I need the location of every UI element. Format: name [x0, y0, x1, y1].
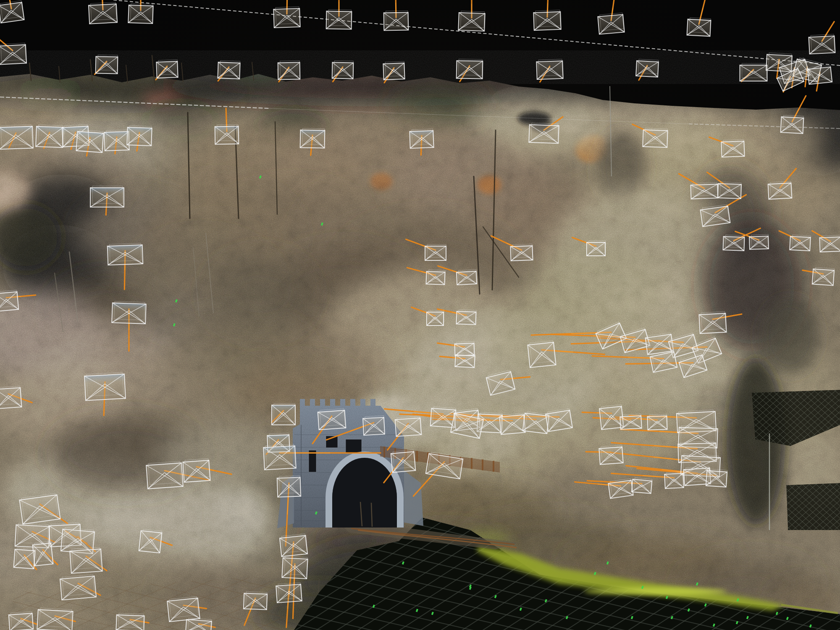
camera-frustum[interactable] — [244, 592, 267, 610]
camera-frustum[interactable] — [647, 414, 667, 430]
camera-frustum[interactable] — [263, 444, 296, 470]
camera-frustum[interactable] — [128, 3, 153, 24]
camera-frustum[interactable] — [620, 414, 642, 430]
camera-frustum[interactable] — [636, 59, 659, 77]
camera-frustum[interactable] — [300, 128, 325, 148]
camera-frustum[interactable] — [456, 310, 476, 325]
camera-frustum[interactable] — [740, 63, 767, 81]
camera-frustum[interactable] — [812, 267, 835, 285]
camera-frustum[interactable] — [60, 575, 96, 600]
camera-frustum[interactable] — [278, 61, 300, 80]
3d-viewport[interactable] — [0, 0, 840, 630]
camera-frustum[interactable] — [96, 55, 118, 74]
camera-frustum[interactable] — [790, 235, 811, 251]
camera-frustum[interactable] — [37, 608, 73, 630]
camera-frustum[interactable] — [384, 10, 409, 30]
camera-frustum[interactable] — [215, 125, 239, 144]
camera-frustum[interactable] — [723, 235, 744, 251]
camera-frustum[interactable] — [598, 13, 625, 34]
camera-frustum[interactable] — [700, 205, 730, 227]
camera-frustum[interactable] — [510, 244, 533, 261]
camera-frustum[interactable] — [156, 60, 178, 78]
camera-frustum[interactable] — [76, 130, 103, 152]
camera-frustum[interactable] — [425, 244, 446, 260]
camera-frustum[interactable] — [768, 181, 792, 200]
photogrammetry-scene-canvas[interactable] — [0, 0, 840, 630]
camera-frustum[interactable] — [458, 11, 485, 31]
camera-frustum[interactable] — [699, 312, 726, 333]
camera-frustum[interactable] — [273, 7, 300, 28]
camera-frustum[interactable] — [8, 612, 33, 630]
camera-frustum[interactable] — [528, 341, 556, 368]
camera-frustum[interactable] — [0, 43, 26, 64]
camera-frustum[interactable] — [318, 409, 346, 430]
camera-frustum[interactable] — [282, 556, 308, 579]
camera-frustum[interactable] — [70, 547, 102, 573]
camera-frustum[interactable] — [455, 353, 475, 368]
camera-frustum[interactable] — [0, 386, 22, 409]
camera-frustum[interactable] — [90, 186, 124, 207]
camera-frustum[interactable] — [108, 243, 143, 265]
camera-frustum[interactable] — [127, 126, 152, 146]
camera-frustum[interactable] — [332, 61, 354, 79]
camera-frustum[interactable] — [427, 310, 444, 326]
camera-frustum[interactable] — [457, 270, 477, 285]
camera-frustum[interactable] — [326, 9, 352, 29]
camera-frustum[interactable] — [363, 416, 385, 436]
camera-frustum[interactable] — [0, 125, 33, 150]
camera-frustum[interactable] — [89, 2, 117, 24]
camera-frustum[interactable] — [643, 128, 668, 147]
camera-frustum[interactable] — [395, 416, 421, 436]
camera-frustum[interactable] — [84, 373, 126, 401]
camera-frustum[interactable] — [183, 459, 210, 482]
camera-frustum[interactable] — [112, 301, 146, 324]
camera-frustum[interactable] — [664, 472, 684, 488]
camera-frustum[interactable] — [272, 404, 295, 425]
camera-frustum[interactable] — [819, 235, 840, 252]
camera-frustum[interactable] — [0, 290, 18, 312]
camera-frustum[interactable] — [457, 59, 483, 79]
camera-frustum[interactable] — [499, 413, 525, 435]
portal-recess — [346, 439, 362, 454]
camera-frustum[interactable] — [104, 130, 129, 151]
camera-frustum[interactable] — [277, 476, 301, 497]
camera-frustum[interactable] — [749, 234, 769, 249]
camera-frustum[interactable] — [533, 10, 561, 30]
camera-frustum[interactable] — [599, 445, 623, 465]
camera-frustum[interactable] — [410, 129, 434, 148]
camera-frustum[interactable] — [383, 61, 404, 80]
camera-frustum[interactable] — [536, 59, 563, 79]
camera-frustum[interactable] — [718, 182, 741, 199]
camera-frustum[interactable] — [276, 583, 302, 603]
camera-frustum[interactable] — [690, 182, 718, 199]
camera-frustum[interactable] — [529, 123, 559, 143]
camera-frustum[interactable] — [808, 34, 835, 54]
camera-frustum[interactable] — [426, 270, 445, 285]
camera-frustum[interactable] — [32, 541, 53, 566]
camera-frustum[interactable] — [14, 548, 35, 569]
camera-frustum[interactable] — [587, 241, 606, 256]
camera-frustum[interactable] — [687, 18, 711, 37]
camera-frustum[interactable] — [218, 60, 240, 79]
camera-frustum[interactable] — [146, 461, 183, 489]
camera-frustum[interactable] — [391, 450, 415, 472]
camera-frustum[interactable] — [116, 613, 144, 630]
camera-frustum[interactable] — [36, 125, 63, 147]
camera-frustum[interactable] — [706, 469, 727, 487]
camera-frustum[interactable] — [721, 139, 744, 157]
camera-frustum[interactable] — [139, 529, 162, 553]
camera-frustum[interactable] — [781, 115, 804, 134]
